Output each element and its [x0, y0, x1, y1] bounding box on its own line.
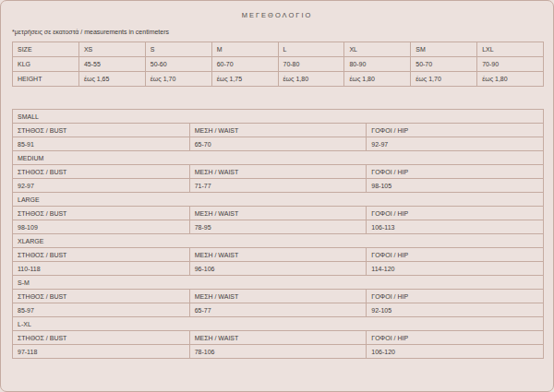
hip-value: 98-105 — [367, 179, 544, 193]
hip-label: ΓΟΦΟΙ / HIP — [367, 248, 544, 262]
height-value: έως 1,80 — [278, 72, 344, 87]
waist-label: ΜΕΣΗ / WAIST — [189, 124, 367, 137]
row-label: HEIGHT — [13, 72, 79, 87]
hip-value: 114-120 — [367, 262, 544, 276]
section-values-row: 98-109 78-95 106-113 — [13, 220, 544, 234]
waist-value: 96-106 — [189, 262, 367, 276]
row-label: KLG — [13, 57, 79, 72]
klg-value: 50-70 — [411, 57, 477, 72]
size-header-cell: XL — [344, 42, 411, 57]
height-value: έως 1,80 — [344, 72, 411, 87]
section-name: SMALL — [13, 110, 544, 124]
section-name: S-M — [13, 276, 544, 290]
height-value: έως 1,70 — [411, 72, 477, 87]
klg-value: 70-90 — [477, 57, 544, 72]
size-guide-page: ΜΕΓΕΘΟΛΟΓΙΟ *μετρήσεις σε εκατοστά / mea… — [0, 0, 554, 392]
klg-row: KLG 45-55 50-60 60-70 70-80 80-90 50-70 … — [13, 57, 544, 72]
page-title: ΜΕΓΕΘΟΛΟΓΙΟ — [1, 1, 553, 19]
bust-label: ΣΤΗΘΟΣ / BUST — [13, 290, 190, 303]
bust-label: ΣΤΗΘΟΣ / BUST — [13, 207, 190, 220]
bust-label: ΣΤΗΘΟΣ / BUST — [13, 248, 190, 262]
section-values-row: 110-118 96-106 114-120 — [13, 262, 544, 276]
section-labels-row: ΣΤΗΘΟΣ / BUST ΜΕΣΗ / WAIST ΓΟΦΟΙ / HIP — [13, 124, 544, 137]
section-values-row: 85-91 65-70 92-97 — [13, 137, 544, 151]
klg-value: 80-90 — [344, 57, 411, 72]
bust-label: ΣΤΗΘΟΣ / BUST — [13, 124, 190, 137]
section-labels-row: ΣΤΗΘΟΣ / BUST ΜΕΣΗ / WAIST ΓΟΦΟΙ / HIP — [13, 331, 544, 345]
hip-label: ΓΟΦΟΙ / HIP — [367, 165, 544, 179]
bust-label: ΣΤΗΘΟΣ / BUST — [13, 331, 190, 345]
size-weight-height-table: SIZE XS S M L XL SM LXL KLG 45-55 50-60 … — [12, 42, 544, 87]
bust-label: ΣΤΗΘΟΣ / BUST — [13, 165, 190, 179]
section-header-row: MEDIUM — [13, 151, 544, 165]
bust-value: 98-109 — [13, 220, 190, 234]
bust-value: 92-97 — [13, 179, 190, 193]
klg-value: 45-55 — [78, 57, 145, 72]
waist-label: ΜΕΣΗ / WAIST — [189, 207, 367, 220]
klg-value: 70-80 — [278, 57, 344, 72]
section-values-row: 97-118 78-106 106-120 — [13, 345, 544, 359]
measurements-note: *μετρήσεις σε εκατοστά / measurements in… — [12, 29, 553, 35]
hip-label: ΓΟΦΟΙ / HIP — [367, 331, 544, 345]
bust-value: 110-118 — [13, 262, 190, 276]
hip-label: ΓΟΦΟΙ / HIP — [367, 207, 544, 220]
section-header-row: S-M — [13, 276, 544, 290]
bust-value: 97-118 — [13, 345, 190, 359]
hip-label: ΓΟΦΟΙ / HIP — [367, 124, 544, 137]
section-values-row: 85-97 65-77 92-105 — [13, 303, 544, 317]
height-value: έως 1,70 — [145, 72, 211, 87]
size-header-cell: XS — [78, 42, 145, 57]
section-labels-row: ΣΤΗΘΟΣ / BUST ΜΕΣΗ / WAIST ΓΟΦΟΙ / HIP — [13, 290, 544, 303]
klg-value: 50-60 — [145, 57, 211, 72]
size-header-cell: M — [211, 42, 278, 57]
section-labels-row: ΣΤΗΘΟΣ / BUST ΜΕΣΗ / WAIST ΓΟΦΟΙ / HIP — [13, 207, 544, 220]
height-value: έως 1,80 — [477, 72, 544, 87]
waist-label: ΜΕΣΗ / WAIST — [189, 290, 367, 303]
size-header-cell: L — [278, 42, 344, 57]
hip-value: 92-97 — [367, 137, 544, 151]
hip-value: 106-113 — [367, 220, 544, 234]
waist-label: ΜΕΣΗ / WAIST — [189, 248, 367, 262]
section-name: L-XL — [13, 317, 544, 331]
section-name: MEDIUM — [13, 151, 544, 165]
height-row: HEIGHT έως 1,65 έως 1,70 έως 1,75 έως 1,… — [13, 72, 544, 87]
bust-value: 85-97 — [13, 303, 190, 317]
section-header-row: SMALL — [13, 110, 544, 124]
section-name: XLARGE — [13, 234, 544, 248]
waist-value: 71-77 — [189, 179, 367, 193]
waist-value: 78-106 — [189, 345, 367, 359]
bust-value: 85-91 — [13, 137, 190, 151]
klg-value: 60-70 — [211, 57, 278, 72]
waist-value: 65-77 — [189, 303, 367, 317]
section-header-row: L-XL — [13, 317, 544, 331]
section-header-row: LARGE — [13, 193, 544, 207]
hip-value: 106-120 — [367, 345, 544, 359]
hip-value: 92-105 — [367, 303, 544, 317]
waist-label: ΜΕΣΗ / WAIST — [189, 165, 367, 179]
size-header-cell: S — [145, 42, 211, 57]
section-values-row: 92-97 71-77 98-105 — [13, 179, 544, 193]
section-labels-row: ΣΤΗΘΟΣ / BUST ΜΕΣΗ / WAIST ΓΟΦΟΙ / HIP — [13, 248, 544, 262]
waist-value: 78-95 — [189, 220, 367, 234]
measurements-table: SMALL ΣΤΗΘΟΣ / BUST ΜΕΣΗ / WAIST ΓΟΦΟΙ /… — [12, 109, 544, 359]
size-header-cell: SIZE — [13, 42, 79, 57]
size-header-cell: LXL — [477, 42, 544, 57]
height-value: έως 1,65 — [78, 72, 145, 87]
waist-value: 65-70 — [189, 137, 367, 151]
section-header-row: XLARGE — [13, 234, 544, 248]
height-value: έως 1,75 — [211, 72, 278, 87]
size-header-row: SIZE XS S M L XL SM LXL — [13, 42, 544, 57]
section-labels-row: ΣΤΗΘΟΣ / BUST ΜΕΣΗ / WAIST ΓΟΦΟΙ / HIP — [13, 165, 544, 179]
hip-label: ΓΟΦΟΙ / HIP — [367, 290, 544, 303]
section-name: LARGE — [13, 193, 544, 207]
size-header-cell: SM — [411, 42, 477, 57]
waist-label: ΜΕΣΗ / WAIST — [189, 331, 367, 345]
